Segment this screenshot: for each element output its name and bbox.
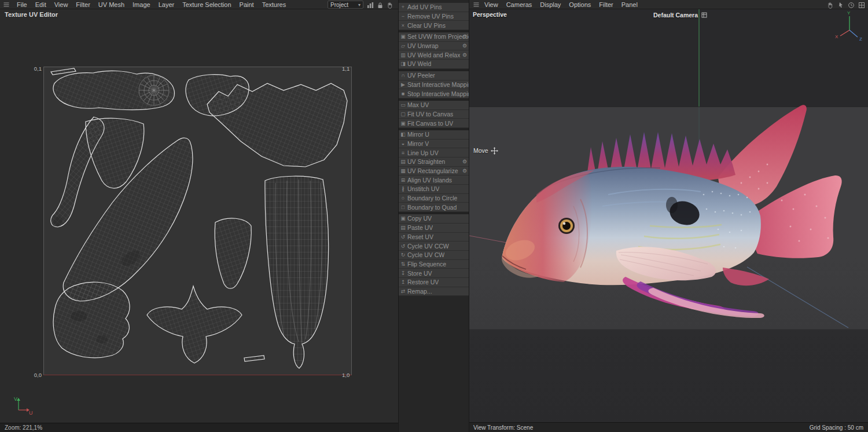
hand-icon[interactable] — [386, 1, 394, 9]
flip-sequence-icon: ⇅ — [399, 261, 407, 267]
vp-menu-filter[interactable]: Filter — [595, 0, 617, 9]
uv-canvas[interactable] — [43, 67, 352, 375]
lock-icon[interactable] — [376, 1, 384, 9]
zoom-status: Zoom: 221,1% — [5, 424, 42, 431]
viewport-statusbar: View Transform: Scene Grid Spacing : 50 … — [469, 422, 868, 432]
vp-menu-display[interactable]: Display — [536, 0, 565, 9]
uv-corner-label-01: 0,1 — [29, 65, 42, 72]
vp-menu-options[interactable]: Options — [565, 0, 595, 9]
scene-svg: Y X Z — [469, 9, 868, 422]
remap-icon: ⇄ — [399, 288, 407, 294]
main-menubar: File Edit View Filter UV Mesh Image Laye… — [0, 0, 398, 9]
camera-options-icon[interactable] — [700, 11, 708, 19]
project-dropdown[interactable]: Project ▾ — [328, 1, 363, 9]
cmd-clear-uv-pins[interactable]: ×Clear UV Pins — [399, 21, 469, 30]
cmd-copy-uv[interactable]: ▣Copy UV — [399, 214, 469, 224]
cmd-cycle-uv-cw[interactable]: ↻Cycle UV CW — [399, 251, 469, 260]
mirror-v-icon: ◒ — [399, 141, 407, 147]
move-tool-icon — [491, 147, 499, 155]
panel-menu-icon[interactable] — [2, 1, 10, 9]
vp-menu-view[interactable]: View — [480, 0, 502, 9]
hamburger-icon[interactable] — [472, 1, 480, 9]
set-uvw-from-projection-icon: ▣ — [399, 34, 407, 39]
uv-axis-widget: V U — [13, 394, 34, 415]
cmd-align-uv-islands[interactable]: ⊞Align UV Islands — [399, 175, 469, 185]
cmd-stop-interactive-mapping[interactable]: ■Stop Interactive Mapping — [399, 89, 469, 98]
menu-texture-selection[interactable]: Texture Selection — [178, 0, 235, 9]
cmd-flip-sequence[interactable]: ⇅Flip Sequence — [399, 260, 469, 269]
clear-uv-pins-icon: × — [399, 23, 407, 28]
gear-icon[interactable]: ⚙ — [462, 34, 467, 39]
cmd-uv-unwrap[interactable]: ▱UV Unwrap⚙ — [399, 42, 469, 51]
cmd-fit-canvas-to-uv[interactable]: ▣Fit Canvas to UV — [399, 119, 469, 128]
cmd-unstitch-uv[interactable]: ∦Unstitch UV — [399, 185, 469, 194]
vp-menu-cameras[interactable]: Cameras — [502, 0, 536, 9]
axis-gizmo: Y X Z — [835, 10, 862, 42]
cmd-paste-uv[interactable]: ▤Paste UV — [399, 224, 469, 233]
cmd-line-up-uv[interactable]: ≡Line Up UV — [399, 148, 469, 158]
cmd-cycle-uv-ccw[interactable]: ↺Cycle UV CCW — [399, 241, 469, 251]
panel-title: Texture UV Editor — [5, 11, 58, 18]
axis-z-label: Z — [859, 36, 862, 42]
camera-label[interactable]: Default Camera — [653, 12, 698, 19]
cmd-mirror-v[interactable]: ◒Mirror V — [399, 140, 469, 149]
3d-viewport[interactable]: Y X Z — [469, 9, 868, 422]
gear-icon[interactable]: ⚙ — [462, 43, 467, 49]
pointer-icon[interactable] — [837, 1, 845, 9]
grid-spacing-status: Grid Spacing : 50 cm — [810, 423, 863, 432]
cmd-max-uv[interactable]: ▭Max UV — [399, 101, 469, 110]
cmd-uv-straighten[interactable]: ▤UV Straighten⚙ — [399, 158, 469, 167]
uv-axis-u-label: U — [29, 410, 33, 415]
cmd-add-uv-pins[interactable]: +Add UV Pins — [399, 3, 469, 12]
viewport-menubar: View Cameras Display Options Filter Pane… — [469, 0, 868, 9]
start-interactive-mapping-icon: ▶ — [399, 82, 407, 87]
vp-menu-panel[interactable]: Panel — [617, 0, 642, 9]
store-uv-icon: ↧ — [399, 270, 407, 276]
gear-icon[interactable]: ⚙ — [462, 159, 467, 164]
cmd-fit-uv-to-canvas[interactable]: ▢Fit UV to Canvas — [399, 110, 469, 119]
grid-icon[interactable] — [858, 1, 866, 9]
menu-edit[interactable]: Edit — [31, 0, 50, 9]
cycle-uv-cw-icon: ↻ — [399, 252, 407, 258]
cmd-remove-uv-pins[interactable]: −Remove UV Pins — [399, 12, 469, 21]
menu-layer[interactable]: Layer — [155, 0, 179, 9]
view-label[interactable]: Perspective — [473, 11, 507, 18]
cmd-start-interactive-mapping[interactable]: ▶Start Interactive Mapping — [399, 80, 469, 90]
boundary-to-circle-icon: ○ — [399, 195, 407, 201]
viewport-panel: View Cameras Display Options Filter Pane… — [469, 0, 868, 432]
cmd-remap[interactable]: ⇄Remap... — [399, 287, 469, 296]
history-icon[interactable] — [847, 1, 855, 9]
uv-weld-icon: ◨ — [399, 61, 407, 67]
menu-uv-mesh[interactable]: UV Mesh — [94, 0, 128, 9]
bodypaint-uv-edit-window: File Edit View Filter UV Mesh Image Laye… — [0, 0, 868, 432]
uv-weld-and-relax-icon: ▥ — [399, 52, 407, 58]
gear-icon[interactable]: ⚙ — [462, 52, 467, 58]
remove-uv-pins-icon: − — [399, 13, 407, 19]
cmd-store-uv[interactable]: ↧Store UV — [399, 269, 469, 278]
cmd-mirror-u[interactable]: ◧Mirror U — [399, 130, 469, 140]
cmd-uv-peeler[interactable]: ∩UV Peeler — [399, 71, 469, 80]
gear-icon[interactable]: ⚙ — [462, 168, 467, 174]
cmd-restore-uv[interactable]: ↥Restore UV — [399, 278, 469, 287]
uv-axis-v-label: V — [14, 396, 17, 402]
hand-icon[interactable] — [826, 1, 834, 9]
menu-view[interactable]: View — [50, 0, 72, 9]
cmd-boundary-to-circle[interactable]: ○Boundary to Circle — [399, 194, 469, 203]
cmd-uv-weld[interactable]: ◨UV Weld — [399, 60, 469, 69]
menu-file[interactable]: File — [13, 0, 31, 9]
menu-textures[interactable]: Textures — [258, 0, 290, 9]
cmd-uv-weld-and-relax[interactable]: ▥UV Weld and Relax⚙ — [399, 50, 469, 60]
fit-uv-to-canvas-icon: ▢ — [399, 111, 407, 117]
uv-editor-statusbar: Zoom: 221,1% — [0, 423, 398, 432]
cmd-set-uvw-from-projection[interactable]: ▣Set UVW from Projection⚙ — [399, 32, 469, 42]
uv-unwrap-icon: ▱ — [399, 43, 407, 49]
cmd-boundary-to-quad[interactable]: □Boundary to Quad — [399, 203, 469, 212]
chart-icon[interactable] — [366, 1, 374, 9]
cmd-uv-rectangularize[interactable]: ▦UV Rectangularize⚙ — [399, 167, 469, 176]
cmd-reset-uv[interactable]: ↺Reset UV — [399, 233, 469, 242]
menu-filter[interactable]: Filter — [72, 0, 94, 9]
menu-paint[interactable]: Paint — [236, 0, 258, 9]
reset-uv-icon: ↺ — [399, 234, 407, 240]
menu-image[interactable]: Image — [128, 0, 155, 9]
axis-y-label: Y — [847, 10, 851, 16]
